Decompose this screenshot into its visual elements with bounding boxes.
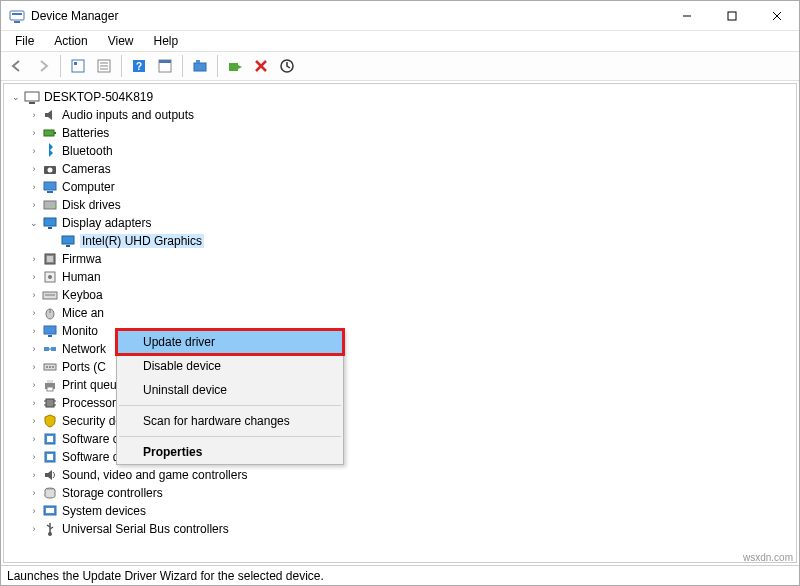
- firmware-icon: [42, 251, 58, 267]
- tree-category-label: Processors: [62, 396, 122, 410]
- ports-icon: [42, 359, 58, 375]
- tree-category-node[interactable]: ›Firmwa: [28, 250, 790, 268]
- tree-category-node[interactable]: ›System devices: [28, 502, 790, 520]
- tree-category-node[interactable]: ›Disk drives: [28, 196, 790, 214]
- tree-category-node[interactable]: ›Batteries: [28, 124, 790, 142]
- tree-category-label: System devices: [62, 504, 146, 518]
- expander-icon[interactable]: ›: [28, 199, 40, 211]
- tree-category-node[interactable]: ›Audio inputs and outputs: [28, 106, 790, 124]
- expander-icon[interactable]: ›: [28, 451, 40, 463]
- tree-category-node[interactable]: ›Human: [28, 268, 790, 286]
- menu-view[interactable]: View: [100, 32, 142, 50]
- disable-device-button[interactable]: [249, 54, 273, 78]
- enable-device-button[interactable]: [223, 54, 247, 78]
- menu-file[interactable]: File: [7, 32, 42, 50]
- tree-category-label: Storage controllers: [62, 486, 163, 500]
- tree-category-label: Sound, video and game controllers: [62, 468, 247, 482]
- expander-icon[interactable]: ›: [28, 505, 40, 517]
- context-menu-item-properties[interactable]: Properties: [117, 440, 343, 464]
- expander-icon[interactable]: ›: [28, 289, 40, 301]
- context-menu-item-update-driver[interactable]: Update driver: [117, 330, 343, 354]
- context-menu-item-disable-device[interactable]: Disable device: [117, 354, 343, 378]
- cpu-icon: [42, 395, 58, 411]
- minimize-button[interactable]: [664, 1, 709, 31]
- menu-action[interactable]: Action: [46, 32, 95, 50]
- expander-icon[interactable]: ›: [28, 487, 40, 499]
- tree-device-node[interactable]: Intel(R) UHD Graphics: [46, 232, 790, 250]
- tree-category-node[interactable]: ›Computer: [28, 178, 790, 196]
- tree-category-label: Batteries: [62, 126, 109, 140]
- toolbar-separator: [182, 55, 183, 77]
- menu-help[interactable]: Help: [146, 32, 187, 50]
- expander-icon[interactable]: ›: [28, 433, 40, 445]
- svg-rect-45: [44, 326, 56, 334]
- disk-icon: [42, 197, 58, 213]
- security-icon: [42, 413, 58, 429]
- uninstall-device-button[interactable]: [275, 54, 299, 78]
- storage-icon: [42, 485, 58, 501]
- tree-category-node[interactable]: ›Storage controllers: [28, 484, 790, 502]
- expander-icon[interactable]: ⌄: [10, 91, 22, 103]
- tree-category-node[interactable]: ⌄Display adapters: [28, 214, 790, 232]
- tree-category-label: Cameras: [62, 162, 111, 176]
- expander-icon[interactable]: ›: [28, 343, 40, 355]
- tree-root-node[interactable]: ⌄DESKTOP-504K819: [10, 88, 790, 106]
- expander-icon[interactable]: ›: [28, 127, 40, 139]
- svg-rect-65: [47, 454, 53, 460]
- expander-icon[interactable]: ›: [28, 163, 40, 175]
- sound-icon: [42, 467, 58, 483]
- svg-point-52: [49, 366, 51, 368]
- device-tree[interactable]: ⌄DESKTOP-504K819›Audio inputs and output…: [3, 83, 797, 563]
- properties-button[interactable]: [92, 54, 116, 78]
- update-driver-toolbar-button[interactable]: [188, 54, 212, 78]
- tree-category-node[interactable]: ›Keyboa: [28, 286, 790, 304]
- help-button[interactable]: ?: [127, 54, 151, 78]
- expander-icon[interactable]: ›: [28, 145, 40, 157]
- properties-alt-button[interactable]: [153, 54, 177, 78]
- watermark: wsxdn.com: [743, 552, 793, 563]
- tree-category-node[interactable]: ›Mice an: [28, 304, 790, 322]
- expander-icon[interactable]: ›: [28, 379, 40, 391]
- show-hidden-button[interactable]: [66, 54, 90, 78]
- expander-icon[interactable]: ›: [28, 109, 40, 121]
- maximize-button[interactable]: [709, 1, 754, 31]
- expander-icon[interactable]: ›: [28, 361, 40, 373]
- context-menu-separator: [119, 436, 341, 437]
- svg-point-53: [52, 366, 54, 368]
- expander-icon[interactable]: ›: [28, 325, 40, 337]
- tree-category-label: Mice an: [62, 306, 104, 320]
- tree-category-node[interactable]: ›Universal Serial Bus controllers: [28, 520, 790, 538]
- tree-root-label: DESKTOP-504K819: [44, 90, 153, 104]
- tree-category-node[interactable]: ›Bluetooth: [28, 142, 790, 160]
- expander-icon[interactable]: ›: [28, 253, 40, 265]
- camera-icon: [42, 161, 58, 177]
- context-menu-item-uninstall-device[interactable]: Uninstall device: [117, 378, 343, 402]
- expander-icon[interactable]: ›: [28, 415, 40, 427]
- expander-icon[interactable]: ›: [28, 523, 40, 535]
- forward-button[interactable]: [31, 54, 55, 78]
- toolbar-separator: [121, 55, 122, 77]
- back-button[interactable]: [5, 54, 29, 78]
- context-menu-item-scan-for-hardware-changes[interactable]: Scan for hardware changes: [117, 409, 343, 433]
- tree-category-node[interactable]: ›Sound, video and game controllers: [28, 466, 790, 484]
- system-icon: [42, 503, 58, 519]
- svg-text:?: ?: [136, 61, 142, 72]
- expander-icon[interactable]: ›: [28, 307, 40, 319]
- expander-icon[interactable]: ›: [28, 397, 40, 409]
- close-button[interactable]: [754, 1, 799, 31]
- tree-category-node[interactable]: ›Cameras: [28, 160, 790, 178]
- context-menu-separator: [119, 405, 341, 406]
- tree-category-label: Firmwa: [62, 252, 101, 266]
- window-title: Device Manager: [31, 9, 118, 23]
- svg-rect-30: [47, 191, 53, 193]
- tree-category-label: Network: [62, 342, 106, 356]
- audio-icon: [42, 107, 58, 123]
- expander-icon[interactable]: ›: [28, 271, 40, 283]
- expander-icon[interactable]: ⌄: [28, 217, 40, 229]
- svg-point-40: [48, 275, 52, 279]
- mouse-icon: [42, 305, 58, 321]
- expander-icon[interactable]: ›: [28, 469, 40, 481]
- tree-category-label: Universal Serial Bus controllers: [62, 522, 229, 536]
- svg-rect-35: [62, 236, 74, 244]
- expander-icon[interactable]: ›: [28, 181, 40, 193]
